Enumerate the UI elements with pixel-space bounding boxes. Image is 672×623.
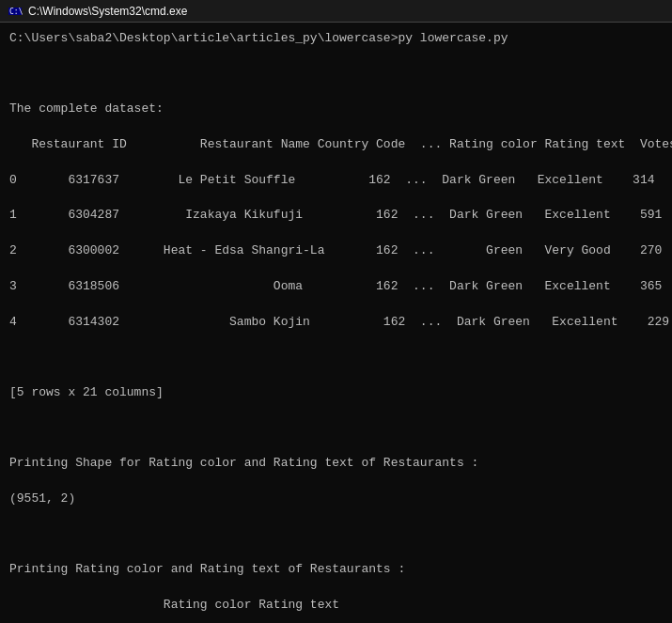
- blank-3: [9, 420, 663, 438]
- blank-2: [9, 349, 663, 366]
- dataset-label: The complete dataset:: [9, 101, 663, 118]
- table-row-0: 0 6317637 Le Petit Souffle 162 ... Dark …: [9, 172, 663, 190]
- terminal: C:\Users\saba2\Desktop\article\articles_…: [0, 23, 672, 623]
- cmd-icon: C:\: [8, 4, 23, 19]
- shape-value: (9551, 2): [9, 491, 663, 508]
- print-label: Printing Rating color and Rating text of…: [9, 561, 663, 579]
- table-row-1: 1 6304287 Izakaya Kikufuji 162 ... Dark …: [9, 207, 663, 225]
- blank-4: [9, 526, 663, 544]
- svg-text:C:\: C:\: [9, 8, 23, 16]
- table-row-2: 2 6300002 Heat - Edsa Shangri-La 162 ...…: [9, 242, 663, 260]
- rows-cols: [5 rows x 21 columns]: [9, 384, 663, 402]
- table-row-4: 4 6314302 Sambo Kojin 162 ... Dark Green…: [9, 314, 663, 332]
- table-row-3: 3 6318506 Ooma 162 ... Dark Green Excell…: [9, 278, 663, 296]
- title-bar: C:\ C:\Windows\System32\cmd.exe: [0, 0, 672, 23]
- print-header: Rating color Rating text: [9, 597, 663, 615]
- shape-label: Printing Shape for Rating color and Rati…: [9, 455, 663, 473]
- prompt-top: C:\Users\saba2\Desktop\article\articles_…: [9, 30, 663, 48]
- title-bar-text: C:\Windows\System32\cmd.exe: [28, 5, 187, 18]
- blank-1: [9, 66, 663, 84]
- table-header: Restaurant ID Restaurant Name Country Co…: [9, 136, 663, 154]
